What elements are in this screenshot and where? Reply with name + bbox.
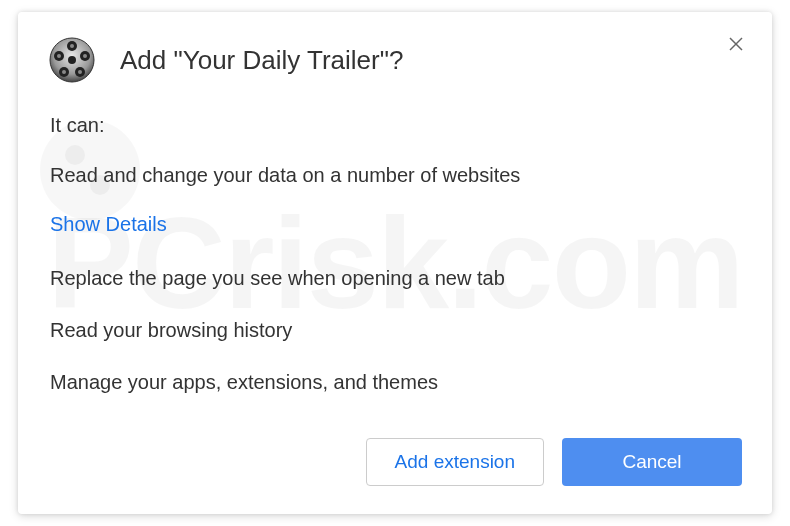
permission-item: Read and change your data on a number of… xyxy=(50,161,742,189)
svg-point-11 xyxy=(78,70,82,74)
dialog-body: It can: Read and change your data on a n… xyxy=(48,114,742,428)
svg-point-3 xyxy=(68,56,76,64)
extension-install-dialog: Add "Your Daily Trailer"? It can: Read a… xyxy=(18,12,772,514)
cancel-button[interactable]: Cancel xyxy=(562,438,742,486)
close-icon xyxy=(727,35,745,53)
dialog-header: Add "Your Daily Trailer"? xyxy=(48,36,742,114)
dialog-footer: Add extension Cancel xyxy=(48,428,742,486)
svg-point-13 xyxy=(57,54,61,58)
add-extension-button[interactable]: Add extension xyxy=(366,438,544,486)
permission-item: Replace the page you see when opening a … xyxy=(50,264,742,292)
dialog-title: Add "Your Daily Trailer"? xyxy=(120,45,742,76)
show-details-link[interactable]: Show Details xyxy=(50,213,167,236)
permission-item: Manage your apps, extensions, and themes xyxy=(50,368,742,396)
svg-point-9 xyxy=(70,44,74,48)
svg-point-10 xyxy=(83,54,87,58)
permissions-intro: It can: xyxy=(50,114,742,137)
close-button[interactable] xyxy=(724,32,748,56)
svg-point-12 xyxy=(62,70,66,74)
permission-item: Read your browsing history xyxy=(50,316,742,344)
extension-icon xyxy=(48,36,96,84)
